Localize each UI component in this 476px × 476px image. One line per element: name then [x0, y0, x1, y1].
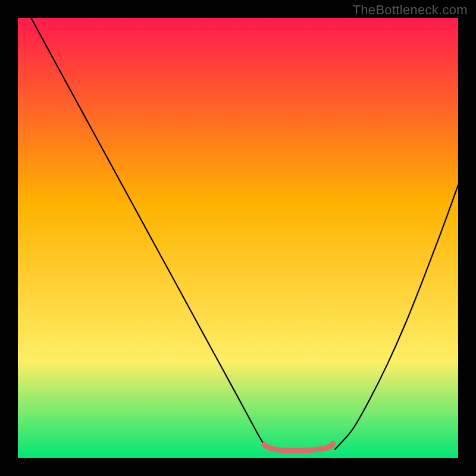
plot-area [18, 18, 458, 458]
watermark-text: TheBottleneck.com [353, 2, 468, 18]
marker-dot-left [261, 442, 267, 448]
chart-svg [18, 18, 458, 458]
gradient-background [18, 18, 458, 458]
chart-root: TheBottleneck.com [0, 0, 476, 476]
marker-layer [261, 442, 267, 448]
